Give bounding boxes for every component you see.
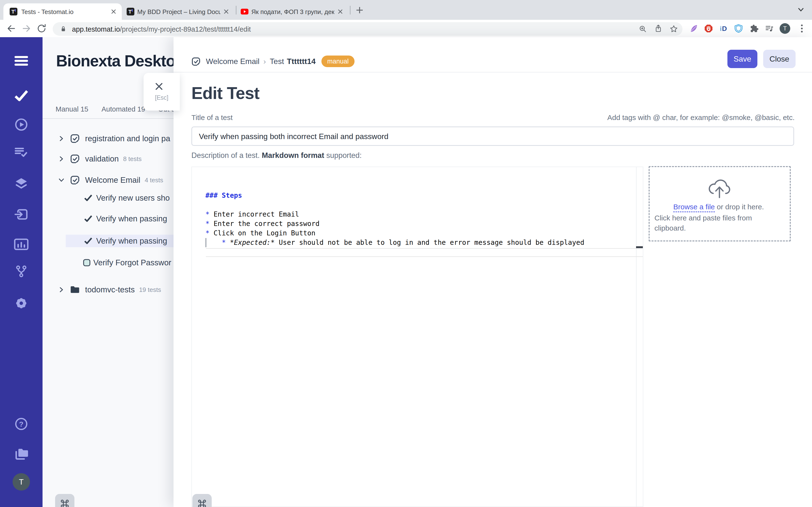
close-panel: [Esc] (144, 73, 180, 111)
bookmark-star-icon[interactable] (669, 24, 678, 33)
folder-label: todomvc-tests (85, 285, 135, 294)
extension-adblock-icon[interactable] (704, 24, 713, 33)
browse-file-link[interactable]: Browse a file (673, 203, 715, 212)
tab-automated[interactable]: Automated 19 (101, 105, 145, 113)
suite-doc-check-icon (70, 154, 80, 164)
breadcrumb-folder[interactable]: Welcome Email (206, 57, 260, 66)
folder-icon (70, 286, 80, 294)
test-pending-icon (83, 259, 90, 266)
hamburger-menu-icon[interactable] (14, 56, 29, 66)
test-label: Verify Forgot Passwor (93, 258, 171, 267)
tree-test-verify-passing-1[interactable]: Verify when passing (84, 213, 173, 225)
svg-text:i: i (720, 24, 722, 32)
tab-divider (236, 6, 236, 14)
test-title-input[interactable]: Verify when passing both incorrect Email… (191, 126, 794, 146)
browser-tabstrip: T Tests - Testomat.io T My BDD Project –… (0, 0, 812, 20)
tree-folder-welcome-email[interactable]: Welcome Email 4 tests (58, 174, 173, 186)
close-x-icon[interactable] (154, 81, 164, 91)
title-field-label: Title of a test (191, 113, 233, 122)
test-title-value: Verify when passing both incorrect Email… (199, 132, 388, 141)
tree-test-verify-forgot[interactable]: Verify Forgot Passwor (83, 257, 173, 269)
tree-folder-todomvc[interactable]: todomvc-tests 19 tests (58, 283, 173, 296)
file-upload-dropzone[interactable]: Browse a file or drop it here. Click her… (649, 166, 791, 241)
extension-playlist-icon[interactable] (765, 24, 774, 33)
address-bar[interactable]: app.testomat.io/projects/my-project-89a1… (53, 22, 682, 36)
settings-gear-icon[interactable] (14, 296, 28, 310)
suite-doc-check-icon (191, 57, 201, 66)
close-button[interactable]: Close (763, 50, 796, 68)
esc-hint: [Esc] (144, 94, 180, 101)
new-tab-icon[interactable] (356, 6, 363, 14)
tab-manual[interactable]: Manual 15 (56, 105, 88, 113)
tabstrip-chevron-down-icon[interactable] (798, 7, 804, 12)
back-icon[interactable] (6, 23, 16, 34)
projects-folder-icon[interactable] (14, 447, 29, 461)
svg-text:D: D (722, 24, 727, 32)
folder-count: 19 tests (139, 286, 161, 294)
chevron-right-icon[interactable] (58, 286, 65, 293)
browser-window: T Tests - Testomat.io T My BDD Project –… (0, 0, 812, 507)
extension-shield-icon[interactable] (734, 24, 743, 33)
app-sidebar: ? T (0, 37, 43, 507)
extension-id-icon[interactable]: iD (719, 24, 728, 33)
extension-feather-icon[interactable] (689, 24, 698, 33)
save-button[interactable]: Save (727, 50, 757, 68)
browser-profile-avatar[interactable]: T (779, 23, 790, 34)
extensions-puzzle-icon[interactable] (750, 24, 758, 33)
chevron-down-icon[interactable] (58, 177, 65, 183)
suite-doc-check-icon (70, 134, 80, 144)
tab-bdd-project[interactable]: T My BDD Project – Living Docum (124, 3, 235, 20)
tests-check-icon[interactable] (14, 89, 29, 102)
forward-icon[interactable] (21, 23, 32, 34)
folder-label: Welcome Email (85, 175, 140, 185)
chevron-right-icon[interactable] (58, 135, 65, 142)
browser-menu-kebab-icon[interactable] (798, 24, 806, 33)
tab-tests[interactable]: T Tests - Testomat.io (3, 3, 122, 20)
user-avatar[interactable]: T (12, 473, 30, 491)
svg-text:?: ? (19, 420, 23, 428)
tree-test-verify-new-users[interactable]: Verify new users sho (84, 192, 173, 204)
upload-line2: Click here and paste files from (654, 214, 752, 222)
breadcrumb: Welcome Email › Test Ttttttt14 manual (206, 55, 355, 68)
page-title: Edit Test (191, 83, 259, 103)
svg-text:T: T (128, 9, 132, 15)
cloud-upload-icon (708, 178, 732, 199)
tab-divider (350, 6, 350, 14)
editor-scrollbar-thumb[interactable] (636, 246, 643, 248)
zoom-icon[interactable] (639, 24, 647, 33)
tab-close-icon[interactable] (223, 9, 229, 14)
test-check-icon (84, 215, 92, 222)
editor-active-line-bottom (206, 257, 643, 257)
editor-caret (205, 238, 206, 247)
analytics-chart-icon[interactable] (14, 238, 29, 250)
test-plan-list-check-icon[interactable] (14, 145, 28, 159)
edit-test-panel: Welcome Email › Test Ttttttt14 manual Sa… (173, 37, 812, 507)
tree-folder-registration[interactable]: registration and login pa (58, 132, 173, 145)
tab-title: Tests - Testomat.io (21, 8, 108, 16)
branch-icon[interactable] (14, 265, 28, 278)
suite-doc-check-icon (70, 175, 80, 185)
url-text: app.testomat.io/projects/my-project-89a1… (72, 24, 251, 34)
upload-line3: clipboard. (654, 224, 686, 232)
tree-folder-validation[interactable]: validation 8 tests (58, 153, 173, 165)
markdown-editor[interactable]: ### Steps * Enter incorrect Email * Ente… (191, 167, 643, 507)
tab-close-icon[interactable] (111, 9, 116, 14)
browser-toolbar: app.testomat.io/projects/my-project-89a1… (0, 20, 812, 38)
test-label: Verify when passing (96, 214, 167, 223)
folder-count: 8 tests (123, 155, 142, 163)
share-icon[interactable] (654, 24, 663, 33)
tab-youtube[interactable]: Як подати, ФОП 3 групи, дек (238, 3, 349, 20)
help-icon[interactable]: ? (14, 417, 28, 431)
test-check-icon (84, 194, 92, 202)
layers-icon[interactable] (14, 178, 28, 190)
command-shortcut-badge[interactable] (192, 494, 212, 507)
divider (43, 118, 173, 119)
command-shortcut-badge[interactable] (55, 494, 74, 507)
tab-close-icon[interactable] (337, 9, 343, 14)
editor-content: ### Steps * Enter incorrect Email * Ente… (205, 191, 585, 247)
tree-test-verify-passing-2[interactable]: Verify when passing (84, 235, 173, 247)
import-signin-icon[interactable] (14, 208, 28, 221)
runs-play-icon[interactable] (14, 118, 28, 131)
chevron-right-icon[interactable] (58, 156, 65, 162)
reload-icon[interactable] (36, 23, 47, 34)
